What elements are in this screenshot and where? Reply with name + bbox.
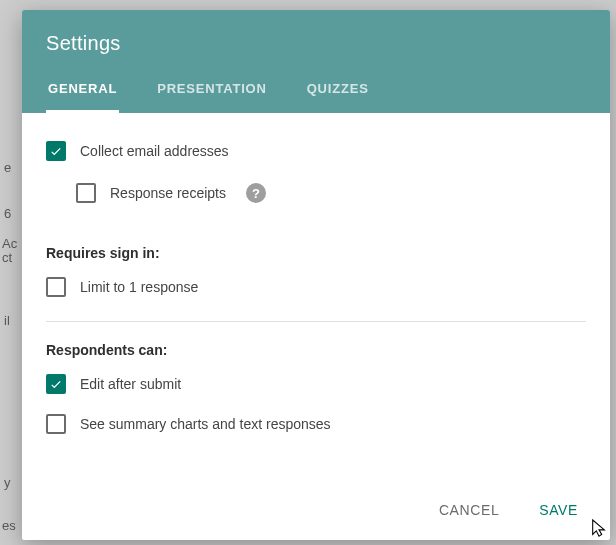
- save-button[interactable]: SAVE: [533, 494, 584, 526]
- dialog-header: Settings GENERAL PRESENTATION QUIZZES: [22, 10, 610, 113]
- help-icon[interactable]: ?: [246, 183, 266, 203]
- tab-quizzes[interactable]: QUIZZES: [305, 81, 371, 113]
- check-icon: [49, 377, 63, 391]
- option-label: Collect email addresses: [80, 143, 229, 159]
- option-label: Limit to 1 response: [80, 279, 198, 295]
- checkbox-limit-one[interactable]: [46, 277, 66, 297]
- option-collect-email[interactable]: Collect email addresses: [46, 135, 586, 167]
- tab-general[interactable]: GENERAL: [46, 81, 119, 113]
- dialog-title: Settings: [46, 32, 586, 55]
- option-see-summary[interactable]: See summary charts and text responses: [46, 408, 586, 440]
- checkbox-see-summary[interactable]: [46, 414, 66, 434]
- dialog-body: Collect email addresses Response receipt…: [22, 113, 610, 484]
- tab-presentation[interactable]: PRESENTATION: [155, 81, 269, 113]
- section-respondents-can: Respondents can:: [46, 342, 586, 358]
- checkbox-collect-email[interactable]: [46, 141, 66, 161]
- check-icon: [49, 144, 63, 158]
- option-edit-after-submit[interactable]: Edit after submit: [46, 368, 586, 400]
- checkbox-edit-after-submit[interactable]: [46, 374, 66, 394]
- divider: [46, 321, 586, 322]
- option-label: Response receipts: [110, 185, 226, 201]
- dialog-footer: CANCEL SAVE: [22, 484, 610, 540]
- settings-dialog: Settings GENERAL PRESENTATION QUIZZES Co…: [22, 10, 610, 540]
- option-label: Edit after submit: [80, 376, 181, 392]
- option-limit-one[interactable]: Limit to 1 response: [46, 271, 586, 303]
- checkbox-response-receipts[interactable]: [76, 183, 96, 203]
- option-response-receipts[interactable]: Response receipts ?: [76, 177, 586, 209]
- tab-bar: GENERAL PRESENTATION QUIZZES: [46, 81, 586, 113]
- option-label: See summary charts and text responses: [80, 416, 331, 432]
- cancel-button[interactable]: CANCEL: [433, 494, 505, 526]
- section-requires-signin: Requires sign in:: [46, 245, 586, 261]
